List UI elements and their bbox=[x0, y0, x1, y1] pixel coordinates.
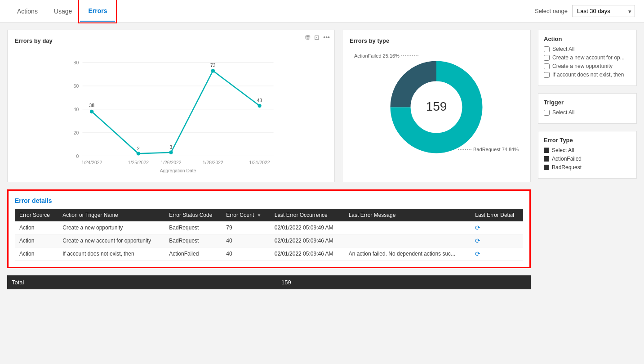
expand-icon[interactable]: ⊡ bbox=[314, 34, 320, 41]
errors-by-type-card: Errors by type ActionFailed 25.16% bbox=[342, 30, 531, 182]
legend-label-badrequest: BadRequest bbox=[552, 164, 582, 171]
cell-message bbox=[344, 221, 471, 234]
svg-text:40: 40 bbox=[74, 107, 79, 112]
legend-item: ActionFailed bbox=[544, 156, 631, 162]
trigger-filter-title: Trigger bbox=[544, 99, 631, 106]
table-row: Action If account does not exist, then A… bbox=[15, 247, 523, 261]
tab-errors[interactable]: Errors bbox=[80, 1, 115, 22]
error-type-section: Error Type Select All ActionFailed BadRe… bbox=[538, 131, 637, 179]
range-dropdown[interactable]: Last 30 days Last 7 days Last 90 days bbox=[572, 5, 635, 17]
create-opportunity-checkbox[interactable] bbox=[544, 63, 550, 69]
cell-trigger-name: If account does not exist, then bbox=[58, 247, 164, 261]
svg-text:2: 2 bbox=[137, 146, 140, 151]
col-trigger-name: Action or Trigger Name bbox=[58, 209, 164, 221]
top-nav: Actions Usage Errors Select range Last 3… bbox=[0, 0, 644, 22]
tab-actions[interactable]: Actions bbox=[9, 1, 46, 21]
cell-error-count: 40 bbox=[222, 234, 270, 247]
more-icon[interactable]: ••• bbox=[323, 34, 330, 41]
cell-message bbox=[344, 234, 471, 247]
select-all-action-checkbox[interactable] bbox=[544, 46, 550, 52]
filter-item: Select All bbox=[544, 109, 631, 116]
cell-status-code: BadRequest bbox=[164, 221, 222, 234]
cell-error-source: Action bbox=[15, 221, 58, 234]
svg-text:159: 159 bbox=[426, 99, 447, 113]
cell-error-source: Action bbox=[15, 234, 58, 247]
col-error-source: Error Source bbox=[15, 209, 58, 221]
svg-point-10 bbox=[90, 110, 93, 113]
legend-label-all: Select All bbox=[552, 147, 574, 153]
select-all-action-label[interactable]: Select All bbox=[552, 46, 574, 52]
error-type-title: Error Type bbox=[544, 137, 631, 144]
cell-detail[interactable]: ⟳ bbox=[471, 247, 523, 261]
col-last-detail: Last Error Detail bbox=[471, 209, 523, 221]
if-account-checkbox[interactable] bbox=[544, 72, 550, 78]
svg-text:0: 0 bbox=[76, 154, 79, 159]
select-all-trigger-checkbox[interactable] bbox=[544, 110, 550, 116]
svg-text:38: 38 bbox=[89, 103, 94, 108]
svg-text:80: 80 bbox=[74, 60, 79, 65]
table-row: Action Create a new account for opportun… bbox=[15, 234, 523, 247]
cell-trigger-name: Create a new opportunity bbox=[58, 221, 164, 234]
errors-by-day-title: Errors by day bbox=[15, 37, 327, 44]
svg-text:43: 43 bbox=[257, 98, 262, 103]
donut-chart-wrap: ActionFailed 25.16% 15 bbox=[350, 49, 523, 166]
filter-item: If account does not exist, then bbox=[544, 72, 631, 78]
legend-item: Select All bbox=[544, 147, 631, 153]
center-content: ⛃ ⊡ ••• Errors by day 80 60 40 bbox=[7, 30, 531, 289]
filter-item: Select All bbox=[544, 46, 631, 52]
tab-usage[interactable]: Usage bbox=[46, 1, 80, 21]
total-label: Total bbox=[12, 279, 272, 286]
svg-text:1/31/2022: 1/31/2022 bbox=[249, 160, 270, 165]
svg-point-11 bbox=[137, 152, 140, 155]
create-account-checkbox[interactable] bbox=[544, 55, 550, 61]
trigger-filter-section: Trigger Select All bbox=[538, 93, 637, 124]
svg-text:3: 3 bbox=[170, 145, 173, 150]
cell-message: An action failed. No dependent actions s… bbox=[344, 247, 471, 261]
legend-square-badrequest bbox=[544, 165, 549, 170]
main-layout: ⛃ ⊡ ••• Errors by day 80 60 40 bbox=[0, 22, 644, 297]
svg-text:1/25/2022: 1/25/2022 bbox=[128, 160, 149, 165]
filter-item: Create a new account for op... bbox=[544, 54, 631, 61]
create-opportunity-label[interactable]: Create a new opportunity bbox=[552, 63, 613, 69]
svg-text:73: 73 bbox=[210, 63, 216, 68]
create-account-label[interactable]: Create a new account for op... bbox=[552, 54, 625, 61]
svg-text:1/28/2022: 1/28/2022 bbox=[203, 160, 223, 165]
cell-trigger-name: Create a new account for opportunity bbox=[58, 234, 164, 247]
svg-text:20: 20 bbox=[74, 130, 79, 135]
errors-by-day-card: ⛃ ⊡ ••• Errors by day 80 60 40 bbox=[7, 30, 335, 182]
cell-occurrence: 02/01/2022 05:09:46 AM bbox=[270, 234, 344, 247]
bad-request-donut-label: BadRequest 74.84% bbox=[458, 147, 519, 152]
filter-icon[interactable]: ⛃ bbox=[305, 34, 311, 41]
cell-status-code: ActionFailed bbox=[164, 247, 222, 261]
svg-text:1/26/2022: 1/26/2022 bbox=[160, 160, 181, 165]
range-selector: Select range Last 30 days Last 7 days La… bbox=[535, 5, 635, 17]
svg-text:Aggregation Date: Aggregation Date bbox=[160, 168, 196, 173]
cell-error-source: Action bbox=[15, 247, 58, 261]
action-filter-section: Action Select All Create a new account f… bbox=[538, 30, 637, 86]
error-details-card: Error details Error Source Action or Tri… bbox=[7, 189, 531, 268]
col-error-count[interactable]: Error Count ▼ bbox=[222, 209, 270, 221]
cell-detail[interactable]: ⟳ bbox=[471, 221, 523, 234]
select-all-trigger-label[interactable]: Select All bbox=[552, 109, 574, 116]
right-sidebar: Action Select All Create a new account f… bbox=[538, 30, 637, 289]
line-chart: 80 60 40 20 0 bbox=[15, 49, 327, 175]
legend-square-all bbox=[544, 148, 549, 153]
errors-by-type-title: Errors by type bbox=[350, 37, 523, 44]
col-status-code: Error Status Code bbox=[164, 209, 222, 221]
cell-detail[interactable]: ⟳ bbox=[471, 234, 523, 247]
cell-occurrence: 02/01/2022 05:09:46 AM bbox=[270, 247, 344, 261]
legend-item: BadRequest bbox=[544, 164, 631, 171]
total-row: Total 159 bbox=[7, 275, 531, 289]
cell-error-count: 79 bbox=[222, 221, 270, 234]
table-header-row: Error Source Action or Trigger Name Erro… bbox=[15, 209, 523, 221]
legend-square-actionfailed bbox=[544, 156, 549, 162]
error-details-title: Error details bbox=[15, 197, 523, 204]
legend-label-actionfailed: ActionFailed bbox=[552, 156, 582, 162]
if-account-label[interactable]: If account does not exist, then bbox=[552, 72, 624, 78]
range-label: Select range bbox=[535, 8, 568, 14]
error-details-table: Error Source Action or Trigger Name Erro… bbox=[15, 209, 523, 261]
cell-error-count: 40 bbox=[222, 247, 270, 261]
donut-svg: 159 bbox=[382, 53, 490, 161]
col-last-message: Last Error Message bbox=[344, 209, 471, 221]
total-value: 159 bbox=[281, 279, 291, 286]
